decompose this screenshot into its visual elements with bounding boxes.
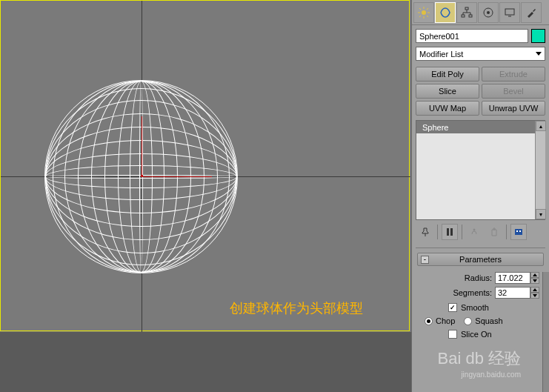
radius-label: Radius:	[465, 273, 492, 282]
radius-spinner-down[interactable]	[530, 278, 539, 284]
command-panel: Modifier List Edit Poly Extrude Slice Be…	[411, 0, 549, 392]
svg-rect-20	[447, 228, 449, 236]
radius-input[interactable]	[495, 272, 530, 284]
stack-item-sphere[interactable]: Sphere	[416, 121, 545, 133]
stack-scrollbar[interactable]: ▴ ▾	[535, 121, 545, 219]
svg-line-7	[419, 16, 421, 17]
separator	[506, 225, 507, 239]
svg-line-6	[427, 16, 428, 17]
svg-rect-10	[462, 15, 465, 17]
tab-create[interactable]	[413, 2, 434, 23]
show-end-result-icon[interactable]	[442, 224, 458, 240]
viewport-front[interactable]: 创建球体作为头部模型	[0, 0, 410, 331]
annotation-text: 创建球体作为头部模型	[230, 299, 363, 317]
svg-rect-18	[505, 9, 514, 15]
tab-display[interactable]	[499, 2, 520, 23]
modifier-stack[interactable]: Sphere ▴ ▾	[416, 120, 545, 220]
tab-modify[interactable]	[435, 2, 456, 23]
svg-rect-23	[515, 229, 522, 235]
edit-poly-button[interactable]: Edit Poly	[416, 67, 479, 82]
smooth-checkbox[interactable]: ✓	[448, 303, 457, 312]
gizmo-y-axis[interactable]	[142, 116, 142, 176]
segments-label: Segments:	[453, 288, 492, 297]
pin-stack-icon[interactable]	[417, 224, 433, 240]
extrude-button[interactable]: Extrude	[482, 67, 545, 82]
rollout-title: Parameters	[418, 255, 543, 264]
chevron-down-icon	[536, 52, 542, 56]
svg-rect-24	[516, 230, 518, 232]
make-unique-icon[interactable]	[466, 224, 482, 240]
unwrap-uvw-button[interactable]: Unwrap UVW	[482, 101, 545, 116]
bevel-button[interactable]: Bevel	[482, 84, 545, 99]
modifier-button-grid: Edit Poly Extrude Slice Bevel UVW Map Un…	[416, 67, 545, 116]
segments-spinner-down[interactable]	[530, 293, 539, 299]
smooth-label: Smooth	[461, 303, 489, 312]
separator	[462, 225, 462, 239]
modifier-list-label: Modifier List	[419, 50, 463, 59]
modifier-list-dropdown[interactable]: Modifier List	[416, 47, 545, 61]
svg-point-22	[473, 229, 476, 231]
gizmo-origin[interactable]	[141, 175, 143, 177]
viewport-area: 创建球体作为头部模型	[0, 0, 411, 392]
object-name-input[interactable]	[416, 29, 528, 43]
svg-rect-11	[469, 15, 472, 17]
segments-spinner-up[interactable]	[530, 287, 539, 293]
segments-input[interactable]	[495, 287, 530, 299]
viewport-bottom[interactable]	[0, 332, 411, 392]
gizmo-x-axis[interactable]	[142, 176, 212, 177]
svg-line-8	[427, 8, 428, 10]
rollout-header[interactable]: - Parameters	[417, 253, 544, 266]
panel-scrollbar[interactable]	[542, 272, 549, 392]
radius-spinner-up[interactable]	[530, 272, 539, 278]
squash-radio[interactable]	[464, 317, 472, 325]
slice-button[interactable]: Slice	[416, 84, 479, 99]
slice-on-label: Slice On	[461, 330, 492, 339]
svg-rect-21	[450, 228, 453, 236]
chop-label: Chop	[436, 316, 455, 325]
svg-rect-25	[519, 230, 521, 232]
svg-rect-9	[465, 7, 468, 10]
object-color-swatch[interactable]	[531, 29, 545, 43]
configure-sets-icon[interactable]	[510, 224, 527, 240]
scroll-up-button[interactable]: ▴	[536, 121, 546, 131]
svg-point-0	[422, 10, 426, 15]
parameters-rollout: - Parameters Radius: Segments:	[417, 253, 544, 339]
squash-label: Squash	[475, 316, 502, 325]
panel-tabs	[412, 0, 549, 25]
chop-radio[interactable]	[425, 317, 433, 325]
scroll-down-button[interactable]: ▾	[536, 209, 546, 219]
uvw-map-button[interactable]: UVW Map	[416, 101, 479, 116]
collapse-icon[interactable]: -	[421, 256, 429, 264]
tab-hierarchy[interactable]	[456, 2, 477, 23]
tab-utilities[interactable]	[521, 2, 542, 23]
separator	[437, 225, 438, 239]
remove-modifier-icon[interactable]	[486, 224, 502, 240]
divider	[416, 248, 545, 248]
svg-line-5	[419, 8, 421, 10]
slice-on-checkbox[interactable]	[448, 330, 457, 339]
stack-tools	[416, 220, 545, 246]
tab-motion[interactable]	[478, 2, 499, 23]
svg-point-17	[487, 11, 490, 14]
